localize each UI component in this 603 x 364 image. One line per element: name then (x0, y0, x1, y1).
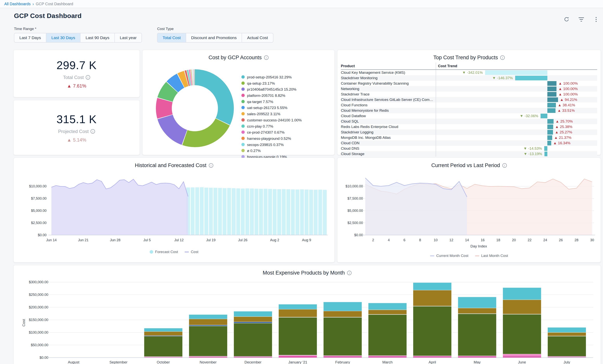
time-range-option-last-7-days[interactable]: Last 7 Days (14, 33, 46, 42)
info-icon[interactable]: i (500, 55, 505, 60)
table-row[interactable]: Container Registry Vulnerability Scannin… (341, 81, 597, 86)
legend-item[interactable]: Last Month Cost (475, 254, 508, 258)
forecast-bar[interactable] (195, 188, 199, 235)
table-row[interactable]: Redis Labs Redis Enterprise Cloud▲25.38% (341, 124, 597, 130)
forecast-bar[interactable] (213, 188, 217, 235)
forecast-bar[interactable] (309, 190, 313, 235)
stacked-bar-segment[interactable] (279, 317, 317, 355)
info-icon[interactable]: i (86, 75, 90, 80)
legend-item[interactable]: Forecast Cost (150, 250, 178, 254)
forecast-bar[interactable] (318, 190, 322, 235)
stacked-bar-segment[interactable] (368, 303, 406, 310)
stacked-bar-segment[interactable] (458, 314, 496, 356)
forecast-bar[interactable] (259, 189, 263, 235)
stacked-bar-segment[interactable] (324, 311, 362, 317)
forecast-bar[interactable] (250, 188, 254, 235)
forecast-bar[interactable] (286, 189, 290, 235)
time-range-option-last-year[interactable]: Last year (115, 33, 141, 42)
table-row[interactable]: MongoDB Inc. MongoDB Atlas▲21.37% (341, 135, 597, 140)
stacked-bar-segment[interactable] (503, 314, 541, 354)
forecast-bar[interactable] (223, 188, 226, 235)
table-row[interactable]: Cloud Functions▲38.41% (341, 102, 597, 108)
stacked-bar-segment[interactable] (144, 328, 183, 332)
forecast-bar[interactable] (305, 189, 309, 235)
forecast-bar[interactable] (273, 189, 277, 235)
forecast-bar[interactable] (241, 188, 245, 235)
stacked-bar-segment[interactable] (324, 302, 362, 311)
stacked-bar-segment[interactable] (368, 315, 406, 356)
forecast-bar[interactable] (268, 189, 272, 235)
forecast-bar[interactable] (232, 188, 236, 235)
stacked-bar-segment[interactable] (234, 323, 272, 356)
stacked-bar-segment[interactable] (503, 288, 541, 300)
table-row[interactable]: Cloud DNS▼-14.53% (341, 146, 597, 151)
forecast-bar[interactable] (218, 188, 222, 235)
stacked-bar-segment[interactable] (324, 317, 362, 356)
table-row[interactable]: Stackdriver Trace▲100.00% (341, 92, 597, 97)
cost-type-option-actual-cost[interactable]: Actual Cost (242, 33, 273, 42)
table-row[interactable]: Networking▲100.00% (341, 86, 597, 92)
cost-type-option-discount-and-promotions[interactable]: Discount and Promotions (186, 33, 242, 42)
time-range-option-last-30-days[interactable]: Last 30 Days (46, 33, 81, 42)
info-icon[interactable]: i (209, 163, 213, 168)
info-icon[interactable]: i (347, 271, 351, 275)
time-range-option-last-90-days[interactable]: Last 90 Days (81, 33, 115, 42)
forecast-bar[interactable] (200, 187, 204, 235)
stacked-bar-segment[interactable] (189, 319, 227, 325)
forecast-bar[interactable] (295, 189, 299, 235)
stacked-bar-segment[interactable] (413, 283, 452, 290)
breadcrumb-link-all-dashboards[interactable]: All Dashboards (4, 2, 31, 6)
forecast-bar[interactable] (323, 190, 327, 235)
info-icon[interactable]: i (91, 129, 95, 133)
forecast-bar[interactable] (282, 189, 286, 235)
stacked-bar-segment[interactable] (413, 306, 452, 356)
forecast-bar[interactable] (264, 189, 267, 235)
stacked-bar-segment[interactable] (458, 297, 496, 308)
forecast-bar[interactable] (300, 189, 304, 235)
stacked-bar-segment[interactable] (144, 336, 183, 357)
info-icon[interactable]: i (264, 55, 268, 60)
stacked-bar-segment[interactable] (324, 356, 362, 356)
stacked-bar-segment[interactable] (503, 354, 541, 356)
stacked-bar-segment[interactable] (279, 356, 317, 358)
stacked-bar-segment[interactable] (279, 309, 317, 317)
table-row[interactable]: Stackdriver Logging▲25.27% (341, 130, 597, 135)
kebab-menu-icon[interactable] (592, 15, 600, 23)
cost-type-option-total-cost[interactable]: Total Cost (157, 33, 186, 42)
legend-item[interactable]: Cost (185, 250, 198, 254)
stacked-bar-segment[interactable] (547, 356, 586, 357)
table-row[interactable]: Cloud Key Management Service (KMS)▼-342.… (341, 70, 597, 75)
table-row[interactable]: Cloud Infrastructure Services GitLab Ser… (341, 97, 597, 102)
stacked-bar-segment[interactable] (368, 356, 406, 356)
info-icon[interactable]: i (502, 163, 507, 168)
stacked-bar-segment[interactable] (144, 331, 183, 336)
stacked-bar-segment[interactable] (368, 310, 406, 314)
forecast-bar[interactable] (209, 188, 213, 235)
forecast-bar[interactable] (236, 188, 240, 235)
stacked-bar-segment[interactable] (279, 304, 317, 309)
table-row[interactable]: Cloud Dataflow▼-32.06% (341, 113, 597, 119)
refresh-icon[interactable] (563, 15, 570, 23)
stacked-bar-segment[interactable] (503, 300, 541, 314)
table-row[interactable]: Stackdriver Monitoring▼-146.37% (341, 75, 597, 81)
stacked-bar-segment[interactable] (547, 336, 586, 356)
table-row[interactable]: Cloud Memorystore for Redis▲33.51% (341, 108, 597, 113)
legend-item[interactable]: Current Month Cost (430, 254, 468, 258)
stacked-bar-segment[interactable] (279, 355, 317, 356)
stacked-bar-segment[interactable] (234, 311, 272, 317)
forecast-bar[interactable] (227, 188, 231, 235)
forecast-bar[interactable] (314, 190, 318, 235)
forecast-bar[interactable] (277, 189, 281, 235)
stacked-bar-segment[interactable] (189, 325, 227, 326)
table-row[interactable]: Cloud Storage▼-13.19% (341, 151, 597, 157)
stacked-bar-segment[interactable] (547, 327, 586, 332)
stacked-bar-segment[interactable] (234, 317, 272, 322)
stacked-bar-segment[interactable] (458, 308, 496, 314)
table-row[interactable]: Cloud SQL▲25.70% (341, 119, 597, 124)
table-row[interactable]: Cloud CDN▲16.34% (341, 140, 597, 146)
stacked-bar-segment[interactable] (189, 326, 227, 356)
stacked-bar-segment[interactable] (413, 290, 452, 306)
forecast-bar[interactable] (255, 189, 258, 235)
forecast-bar[interactable] (191, 188, 195, 235)
stacked-bar-segment[interactable] (234, 322, 272, 323)
